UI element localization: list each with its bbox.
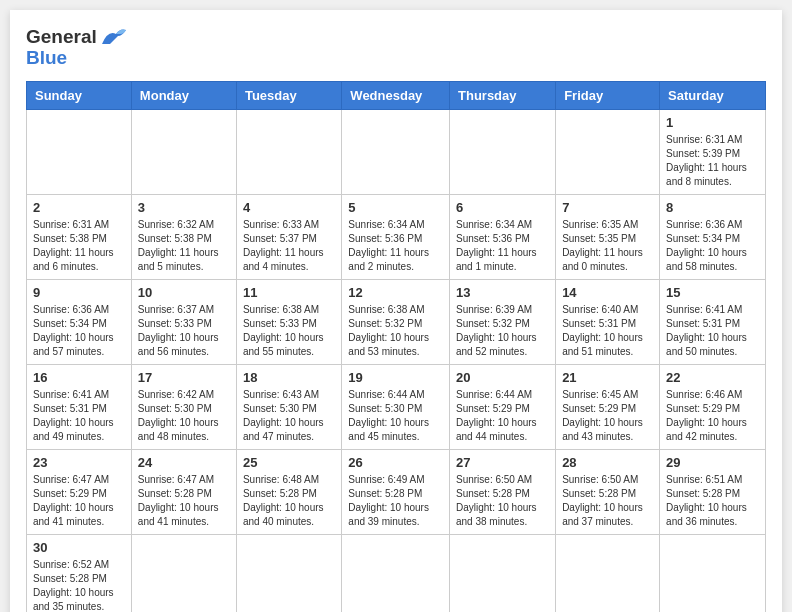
day-cell: 30Sunrise: 6:52 AM Sunset: 5:28 PM Dayli… xyxy=(27,534,132,612)
day-info: Sunrise: 6:42 AM Sunset: 5:30 PM Dayligh… xyxy=(138,388,230,444)
day-cell xyxy=(660,534,766,612)
day-cell: 7Sunrise: 6:35 AM Sunset: 5:35 PM Daylig… xyxy=(556,194,660,279)
day-number: 22 xyxy=(666,370,759,385)
day-cell xyxy=(450,534,556,612)
day-number: 17 xyxy=(138,370,230,385)
day-number: 2 xyxy=(33,200,125,215)
day-cell: 2Sunrise: 6:31 AM Sunset: 5:38 PM Daylig… xyxy=(27,194,132,279)
day-number: 26 xyxy=(348,455,443,470)
day-info: Sunrise: 6:33 AM Sunset: 5:37 PM Dayligh… xyxy=(243,218,335,274)
day-cell: 18Sunrise: 6:43 AM Sunset: 5:30 PM Dayli… xyxy=(236,364,341,449)
day-cell: 4Sunrise: 6:33 AM Sunset: 5:37 PM Daylig… xyxy=(236,194,341,279)
day-cell: 24Sunrise: 6:47 AM Sunset: 5:28 PM Dayli… xyxy=(131,449,236,534)
header-day-sunday: Sunday xyxy=(27,81,132,109)
day-number: 8 xyxy=(666,200,759,215)
day-cell: 26Sunrise: 6:49 AM Sunset: 5:28 PM Dayli… xyxy=(342,449,450,534)
day-info: Sunrise: 6:36 AM Sunset: 5:34 PM Dayligh… xyxy=(666,218,759,274)
day-cell: 21Sunrise: 6:45 AM Sunset: 5:29 PM Dayli… xyxy=(556,364,660,449)
day-info: Sunrise: 6:34 AM Sunset: 5:36 PM Dayligh… xyxy=(456,218,549,274)
day-number: 23 xyxy=(33,455,125,470)
day-number: 12 xyxy=(348,285,443,300)
day-number: 27 xyxy=(456,455,549,470)
day-info: Sunrise: 6:47 AM Sunset: 5:29 PM Dayligh… xyxy=(33,473,125,529)
header-day-tuesday: Tuesday xyxy=(236,81,341,109)
week-row-2: 2Sunrise: 6:31 AM Sunset: 5:38 PM Daylig… xyxy=(27,194,766,279)
day-number: 9 xyxy=(33,285,125,300)
day-number: 18 xyxy=(243,370,335,385)
day-number: 6 xyxy=(456,200,549,215)
day-number: 11 xyxy=(243,285,335,300)
day-cell: 13Sunrise: 6:39 AM Sunset: 5:32 PM Dayli… xyxy=(450,279,556,364)
logo: General Blue xyxy=(26,26,126,69)
day-number: 14 xyxy=(562,285,653,300)
day-cell: 12Sunrise: 6:38 AM Sunset: 5:32 PM Dayli… xyxy=(342,279,450,364)
day-cell xyxy=(27,109,132,194)
day-cell: 1Sunrise: 6:31 AM Sunset: 5:39 PM Daylig… xyxy=(660,109,766,194)
day-info: Sunrise: 6:36 AM Sunset: 5:34 PM Dayligh… xyxy=(33,303,125,359)
day-cell xyxy=(556,109,660,194)
day-info: Sunrise: 6:31 AM Sunset: 5:38 PM Dayligh… xyxy=(33,218,125,274)
calendar-table: SundayMondayTuesdayWednesdayThursdayFrid… xyxy=(26,81,766,612)
day-cell: 10Sunrise: 6:37 AM Sunset: 5:33 PM Dayli… xyxy=(131,279,236,364)
day-cell: 25Sunrise: 6:48 AM Sunset: 5:28 PM Dayli… xyxy=(236,449,341,534)
week-row-1: 1Sunrise: 6:31 AM Sunset: 5:39 PM Daylig… xyxy=(27,109,766,194)
day-number: 10 xyxy=(138,285,230,300)
day-cell xyxy=(556,534,660,612)
week-row-6: 30Sunrise: 6:52 AM Sunset: 5:28 PM Dayli… xyxy=(27,534,766,612)
day-cell: 14Sunrise: 6:40 AM Sunset: 5:31 PM Dayli… xyxy=(556,279,660,364)
day-cell: 15Sunrise: 6:41 AM Sunset: 5:31 PM Dayli… xyxy=(660,279,766,364)
header-day-monday: Monday xyxy=(131,81,236,109)
day-number: 4 xyxy=(243,200,335,215)
week-row-3: 9Sunrise: 6:36 AM Sunset: 5:34 PM Daylig… xyxy=(27,279,766,364)
day-info: Sunrise: 6:38 AM Sunset: 5:32 PM Dayligh… xyxy=(348,303,443,359)
calendar-container: General Blue SundayMondayTuesdayWednesda… xyxy=(10,10,782,612)
day-number: 3 xyxy=(138,200,230,215)
day-cell xyxy=(236,534,341,612)
logo-general-text: General xyxy=(26,27,97,48)
day-number: 16 xyxy=(33,370,125,385)
day-info: Sunrise: 6:44 AM Sunset: 5:29 PM Dayligh… xyxy=(456,388,549,444)
day-info: Sunrise: 6:50 AM Sunset: 5:28 PM Dayligh… xyxy=(562,473,653,529)
day-info: Sunrise: 6:44 AM Sunset: 5:30 PM Dayligh… xyxy=(348,388,443,444)
day-info: Sunrise: 6:52 AM Sunset: 5:28 PM Dayligh… xyxy=(33,558,125,612)
day-cell: 22Sunrise: 6:46 AM Sunset: 5:29 PM Dayli… xyxy=(660,364,766,449)
day-info: Sunrise: 6:45 AM Sunset: 5:29 PM Dayligh… xyxy=(562,388,653,444)
day-cell xyxy=(450,109,556,194)
day-cell: 5Sunrise: 6:34 AM Sunset: 5:36 PM Daylig… xyxy=(342,194,450,279)
day-info: Sunrise: 6:38 AM Sunset: 5:33 PM Dayligh… xyxy=(243,303,335,359)
day-cell xyxy=(131,109,236,194)
day-cell: 20Sunrise: 6:44 AM Sunset: 5:29 PM Dayli… xyxy=(450,364,556,449)
day-number: 25 xyxy=(243,455,335,470)
day-cell: 19Sunrise: 6:44 AM Sunset: 5:30 PM Dayli… xyxy=(342,364,450,449)
day-cell: 28Sunrise: 6:50 AM Sunset: 5:28 PM Dayli… xyxy=(556,449,660,534)
logo-blue-text: Blue xyxy=(26,48,126,69)
header-day-saturday: Saturday xyxy=(660,81,766,109)
day-info: Sunrise: 6:32 AM Sunset: 5:38 PM Dayligh… xyxy=(138,218,230,274)
day-number: 21 xyxy=(562,370,653,385)
day-cell xyxy=(342,534,450,612)
day-cell xyxy=(342,109,450,194)
day-info: Sunrise: 6:50 AM Sunset: 5:28 PM Dayligh… xyxy=(456,473,549,529)
day-cell: 16Sunrise: 6:41 AM Sunset: 5:31 PM Dayli… xyxy=(27,364,132,449)
day-number: 29 xyxy=(666,455,759,470)
day-info: Sunrise: 6:48 AM Sunset: 5:28 PM Dayligh… xyxy=(243,473,335,529)
day-cell: 29Sunrise: 6:51 AM Sunset: 5:28 PM Dayli… xyxy=(660,449,766,534)
day-info: Sunrise: 6:34 AM Sunset: 5:36 PM Dayligh… xyxy=(348,218,443,274)
day-number: 30 xyxy=(33,540,125,555)
calendar-header: General Blue xyxy=(26,26,766,69)
day-info: Sunrise: 6:31 AM Sunset: 5:39 PM Dayligh… xyxy=(666,133,759,189)
day-info: Sunrise: 6:47 AM Sunset: 5:28 PM Dayligh… xyxy=(138,473,230,529)
day-number: 19 xyxy=(348,370,443,385)
day-number: 5 xyxy=(348,200,443,215)
day-info: Sunrise: 6:41 AM Sunset: 5:31 PM Dayligh… xyxy=(33,388,125,444)
day-info: Sunrise: 6:41 AM Sunset: 5:31 PM Dayligh… xyxy=(666,303,759,359)
day-cell: 11Sunrise: 6:38 AM Sunset: 5:33 PM Dayli… xyxy=(236,279,341,364)
day-info: Sunrise: 6:46 AM Sunset: 5:29 PM Dayligh… xyxy=(666,388,759,444)
logo-top: General xyxy=(26,26,126,48)
header-day-thursday: Thursday xyxy=(450,81,556,109)
day-info: Sunrise: 6:35 AM Sunset: 5:35 PM Dayligh… xyxy=(562,218,653,274)
day-cell xyxy=(131,534,236,612)
week-row-4: 16Sunrise: 6:41 AM Sunset: 5:31 PM Dayli… xyxy=(27,364,766,449)
day-info: Sunrise: 6:40 AM Sunset: 5:31 PM Dayligh… xyxy=(562,303,653,359)
day-number: 7 xyxy=(562,200,653,215)
